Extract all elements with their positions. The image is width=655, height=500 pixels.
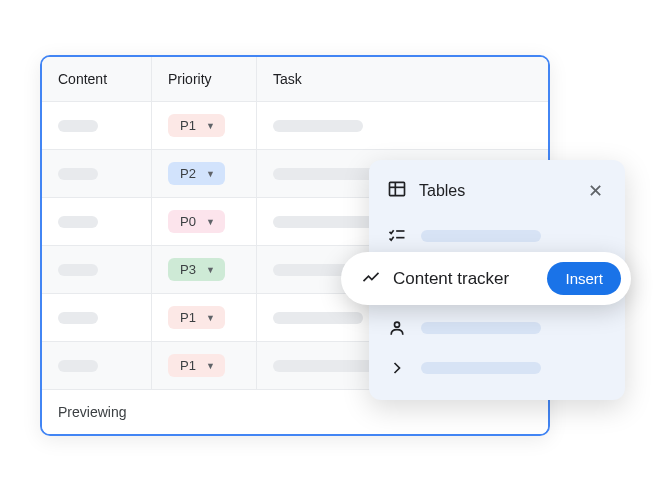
priority-label: P2: [180, 166, 196, 181]
panel-item-checklist[interactable]: [369, 216, 625, 256]
priority-chip[interactable]: P1▼: [168, 114, 225, 137]
priority-label: P1: [180, 118, 196, 133]
panel-title-text: Tables: [419, 182, 465, 200]
task-placeholder: [273, 312, 363, 324]
chevron-down-icon: ▼: [206, 121, 215, 131]
priority-chip[interactable]: P0▼: [168, 210, 225, 233]
close-icon[interactable]: ✕: [584, 176, 607, 206]
column-header-content[interactable]: Content: [42, 57, 152, 101]
panel-item-placeholder: [421, 322, 541, 334]
svg-point-5: [395, 322, 400, 327]
trend-icon: [361, 267, 381, 291]
content-placeholder: [58, 216, 98, 228]
column-header-priority[interactable]: Priority: [152, 57, 257, 101]
content-placeholder: [58, 360, 98, 372]
column-header-task[interactable]: Task: [257, 57, 548, 101]
priority-label: P1: [180, 310, 196, 325]
content-placeholder: [58, 312, 98, 324]
priority-chip[interactable]: P3▼: [168, 258, 225, 281]
panel-item-placeholder: [421, 230, 541, 242]
tables-panel: Tables ✕ Content tracker Insert: [369, 160, 625, 400]
chevron-down-icon: ▼: [206, 313, 215, 323]
chevron-right-icon: [387, 358, 407, 378]
content-placeholder: [58, 168, 98, 180]
svg-rect-0: [390, 182, 405, 195]
table-icon: [387, 179, 407, 203]
priority-label: P0: [180, 214, 196, 229]
chevron-down-icon: ▼: [206, 265, 215, 275]
table-header: Content Priority Task: [42, 57, 548, 102]
checklist-icon: [387, 226, 407, 246]
task-placeholder: [273, 120, 363, 132]
panel-item-more[interactable]: [369, 348, 625, 388]
chevron-down-icon: ▼: [206, 217, 215, 227]
panel-item-placeholder: [421, 362, 541, 374]
table-row[interactable]: P1▼: [42, 102, 548, 150]
priority-chip[interactable]: P2▼: [168, 162, 225, 185]
chevron-down-icon: ▼: [206, 361, 215, 371]
priority-chip[interactable]: P1▼: [168, 306, 225, 329]
priority-label: P3: [180, 262, 196, 277]
panel-selected-label: Content tracker: [393, 269, 535, 289]
panel-header: Tables ✕: [369, 176, 625, 216]
content-placeholder: [58, 120, 98, 132]
panel-item-content-tracker[interactable]: Content tracker Insert: [341, 252, 631, 305]
chevron-down-icon: ▼: [206, 169, 215, 179]
panel-item-person[interactable]: [369, 308, 625, 348]
person-icon: [387, 318, 407, 338]
content-placeholder: [58, 264, 98, 276]
priority-chip[interactable]: P1▼: [168, 354, 225, 377]
priority-label: P1: [180, 358, 196, 373]
insert-button[interactable]: Insert: [547, 262, 621, 295]
